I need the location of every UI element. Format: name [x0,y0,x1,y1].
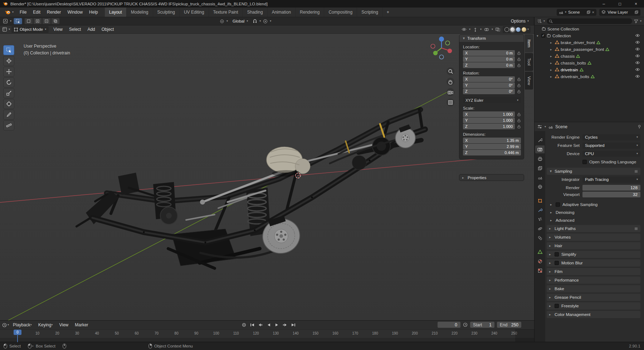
gizmo-x-axis[interactable] [448,49,452,53]
add-workspace-button[interactable]: + [383,8,393,17]
chevron-down-icon[interactable]: ▾ [640,20,641,23]
scale-y-field[interactable]: Y1.000 [463,118,515,123]
timeline-ruler[interactable]: 0102030405060708090100110120130140150160… [0,329,534,338]
auto-keying-button[interactable] [240,322,247,328]
lock-icon[interactable] [517,83,521,87]
gizmo-x-neg-axis[interactable] [431,44,435,48]
outliner-item-brake-passenger-front[interactable]: ▸brake_passenger_front [535,46,644,53]
checkbox[interactable] [555,304,559,308]
lock-icon[interactable] [517,119,521,123]
workspace-tab-modeling[interactable]: Modeling [127,8,153,17]
transform-orientation-dropdown[interactable]: Global ▾ [230,18,250,24]
rotation-mode-dropdown[interactable]: XYZ Euler▾ [463,97,521,103]
menu-edit[interactable]: Edit [30,8,44,17]
chevron-down-icon[interactable]: ▾ [9,28,10,31]
view-layer-tab-icon[interactable] [535,164,545,172]
measure-tool[interactable] [3,120,14,130]
properties-collapsed-panel[interactable]: ▸ Properties [459,174,524,181]
select-extend-mode-button[interactable] [33,18,42,24]
wireframe-shading-icon[interactable] [504,27,509,32]
menu-render[interactable]: Render [44,8,64,17]
chevron-down-icon[interactable]: ▾ [480,28,482,31]
view-layer-selector[interactable]: View Layer [599,9,640,16]
timeline-track[interactable] [0,338,534,342]
location-z-field[interactable]: Z0 m [463,62,515,68]
gizmos-toggle-icon[interactable] [473,27,478,32]
device-dropdown[interactable]: CPU ▾ [582,151,640,157]
playhead[interactable]: 0 [14,330,21,335]
lock-icon[interactable] [517,51,521,55]
location-y-field[interactable]: Y0 m [463,56,515,62]
section-motion-blur[interactable]: ▸Motion Blur [547,259,640,267]
section-simplify[interactable]: ▸Simplify [547,251,640,258]
subsection-advanced[interactable]: ▸Advanced [550,217,641,223]
mode-dropdown[interactable]: Object Mode ▾ [11,26,49,33]
expand-arrow-icon[interactable]: ▸ [549,253,552,256]
particles-tab-icon[interactable] [535,215,545,223]
chevron-down-icon[interactable]: ▾ [492,28,493,31]
viewport-editor-icon[interactable] [2,27,7,32]
transform-panel-header[interactable]: ▼ Transform [459,35,524,42]
dimensions-y-field[interactable]: Y2.99 m [463,144,521,149]
select-box-tool[interactable] [3,45,14,55]
subsection-denoising[interactable]: ▸Denoising [550,209,641,215]
chevron-down-icon[interactable]: ▾ [545,125,546,128]
pin-icon[interactable] [638,125,641,129]
workspace-tab-texture-paint[interactable]: Texture Paint [209,8,243,17]
timeline-menu-keying[interactable]: Keying ▾ [35,322,56,327]
checkbox[interactable] [556,202,560,207]
gizmo-y-axis[interactable] [433,51,438,56]
expand-arrow-icon[interactable]: ▸ [549,244,552,248]
hide-eye-toggle[interactable] [635,54,640,58]
hide-eye-toggle[interactable] [635,47,640,51]
play-button[interactable] [273,322,280,328]
expand-icon[interactable]: ▸ [550,54,553,58]
overlays-toggle-icon[interactable] [484,28,489,32]
workspace-tab-uv-editing[interactable]: UV Editing [180,8,209,17]
new-view-layer-icon[interactable] [635,10,638,14]
chevron-down-icon[interactable]: ▾ [270,20,271,23]
end-frame-field[interactable]: End 250 [497,322,521,328]
gizmo-y-neg-axis[interactable] [445,41,450,45]
render-engine-dropdown[interactable]: Cycles ▾ [582,134,640,140]
sidebar-tab-item[interactable]: Item [525,34,533,52]
jump-to-start-button[interactable] [249,322,255,328]
chevron-down-icon[interactable]: ▾ [259,20,261,23]
object-data-tab-icon[interactable] [535,248,545,256]
scene-tab-icon[interactable] [535,173,545,181]
chevron-down-icon[interactable]: ▾ [527,28,529,31]
outliner-item-chassis[interactable]: ▸chassis [535,53,644,59]
output-tab-icon[interactable] [535,155,545,163]
panel-menu-icon[interactable] [634,227,638,230]
gizmo-z-axis[interactable] [439,37,444,42]
workspace-tab-animation[interactable]: Animation [268,8,296,17]
expand-arrow-icon[interactable]: ▸ [550,203,553,206]
chevron-down-icon[interactable]: ▾ [10,20,11,23]
hide-eye-toggle[interactable] [635,61,640,64]
viewport-menu-view[interactable]: View [50,27,66,32]
menu-window[interactable]: Window [64,8,86,17]
expand-arrow-icon[interactable]: ▸ [549,296,552,299]
physics-tab-icon[interactable] [535,225,545,232]
render-samples-field[interactable]: 128 [582,185,640,191]
timeline-menu-marker[interactable]: Marker [72,322,91,327]
outliner-item-drivetrain-bolts[interactable]: ▸drivetrain_bolts [535,73,644,80]
workspace-tab-sculpting[interactable]: Sculpting [153,8,180,17]
hide-eye-toggle[interactable] [635,68,640,71]
expand-icon[interactable]: ▸ [550,75,553,78]
outliner-editor-icon[interactable] [537,19,542,23]
panel-menu-icon[interactable] [634,170,638,173]
object-visibility-icon[interactable] [462,28,467,31]
expand-icon[interactable]: ▸ [550,48,553,51]
workspace-tab-scripting[interactable]: Scripting [357,8,383,17]
menu-help[interactable]: Help [86,8,101,17]
ortho-grid-icon[interactable] [447,99,454,106]
material-tab-icon[interactable] [535,257,545,265]
expand-icon[interactable]: ▸ [550,41,553,44]
chevron-down-icon[interactable]: ▾ [226,20,228,23]
workspace-tab-compositing[interactable]: Compositing [324,8,357,17]
texture-tab-icon[interactable] [535,267,545,274]
timeline-menu-playback[interactable]: Playback ▾ [10,322,35,327]
dimensions-z-field[interactable]: Z0.446 m [463,150,521,155]
next-keyframe-button[interactable] [282,322,288,328]
